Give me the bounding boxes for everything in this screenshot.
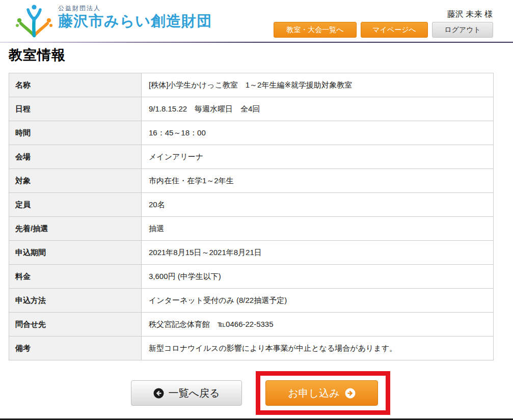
classes-list-button[interactable]: 教室・大会一覧へ	[274, 22, 357, 38]
row-label: 時間	[9, 121, 142, 145]
table-row: 料金 3,600円 (中学生以下)	[9, 265, 494, 289]
row-label: 料金	[9, 265, 142, 289]
apply-button[interactable]: お申し込み	[265, 380, 378, 406]
row-value: 2021年8月15日～2021年8月21日	[142, 241, 494, 265]
row-value: 新型コロナウイルスの影響により本事業が中止となる場合があります。	[142, 337, 494, 360]
header-divider	[0, 42, 513, 43]
table-row: 名称 [秩体]小学生かけっこ教室 1～2年生編※就学援助対象教室	[9, 73, 494, 97]
row-value: 市内在住・在学1～2年生	[142, 169, 494, 193]
row-value: 9/1.8.15.22 毎週水曜日 全4回	[142, 97, 494, 121]
row-label: 対象	[9, 169, 142, 193]
row-value: 16：45～18：00	[142, 121, 494, 145]
table-row: 定員 20名	[9, 193, 494, 217]
table-row: 申込方法 インターネット受付のみ (8/22抽選予定)	[9, 289, 494, 313]
table-row: 先着/抽選 抽選	[9, 217, 494, 241]
my-page-button[interactable]: マイページへ	[361, 22, 428, 38]
foundation-logo-icon	[14, 3, 54, 38]
circle-arrow-left-icon	[153, 388, 164, 399]
row-label: 定員	[9, 193, 142, 217]
table-row: 問合せ先 秩父宮記念体育館 ℡0466-22-5335	[9, 313, 494, 337]
site-logo[interactable]: 公益財団法人 藤沢市みらい創造財団	[14, 3, 212, 38]
row-value: メインアリーナ	[142, 145, 494, 169]
apply-button-label: お申し込み	[288, 386, 339, 400]
table-row: 申込期間 2021年8月15日～2021年8月21日	[9, 241, 494, 265]
row-label: 名称	[9, 73, 142, 97]
logged-in-user-name: 藤沢 未来 様	[447, 9, 493, 20]
row-value: 秩父宮記念体育館 ℡0466-22-5335	[142, 313, 494, 337]
row-label: 申込期間	[9, 241, 142, 265]
class-info-table: 名称 [秩体]小学生かけっこ教室 1～2年生編※就学援助対象教室 日程 9/1.…	[9, 73, 494, 360]
table-row: 備考 新型コロナウイルスの影響により本事業が中止となる場合があります。	[9, 337, 494, 360]
table-row: 会場 メインアリーナ	[9, 145, 494, 169]
org-type-label: 公益財団法人	[58, 4, 212, 13]
row-label: 会場	[9, 145, 142, 169]
row-label: 備考	[9, 337, 142, 360]
back-to-list-button[interactable]: 一覧へ戻る	[131, 380, 242, 406]
table-row: 日程 9/1.8.15.22 毎週水曜日 全4回	[9, 97, 494, 121]
row-value: インターネット受付のみ (8/22抽選予定)	[142, 289, 494, 313]
row-label: 先着/抽選	[9, 217, 142, 241]
row-value: 抽選	[142, 217, 494, 241]
org-name-label: 藤沢市みらい創造財団	[58, 13, 212, 30]
logo-text: 公益財団法人 藤沢市みらい創造財団	[58, 3, 212, 30]
circle-arrow-right-icon	[345, 388, 356, 399]
table-row: 対象 市内在住・在学1～2年生	[9, 169, 494, 193]
page-title: 教室情報	[9, 46, 66, 64]
page: 公益財団法人 藤沢市みらい創造財団 藤沢 未来 様 教室・大会一覧へ マイページ…	[0, 0, 513, 420]
header: 公益財団法人 藤沢市みらい創造財団 藤沢 未来 様 教室・大会一覧へ マイページ…	[0, 0, 513, 43]
table-row: 時間 16：45～18：00	[9, 121, 494, 145]
row-label: 日程	[9, 97, 142, 121]
back-button-label: 一覧へ戻る	[169, 386, 220, 400]
row-label: 申込方法	[9, 289, 142, 313]
header-nav: 教室・大会一覧へ マイページへ ログアウト	[274, 22, 493, 38]
logout-button[interactable]: ログアウト	[432, 22, 493, 38]
row-value: 3,600円 (中学生以下)	[142, 265, 494, 289]
row-value: 20名	[142, 193, 494, 217]
row-value: [秩体]小学生かけっこ教室 1～2年生編※就学援助対象教室	[142, 73, 494, 97]
row-label: 問合せ先	[9, 313, 142, 337]
